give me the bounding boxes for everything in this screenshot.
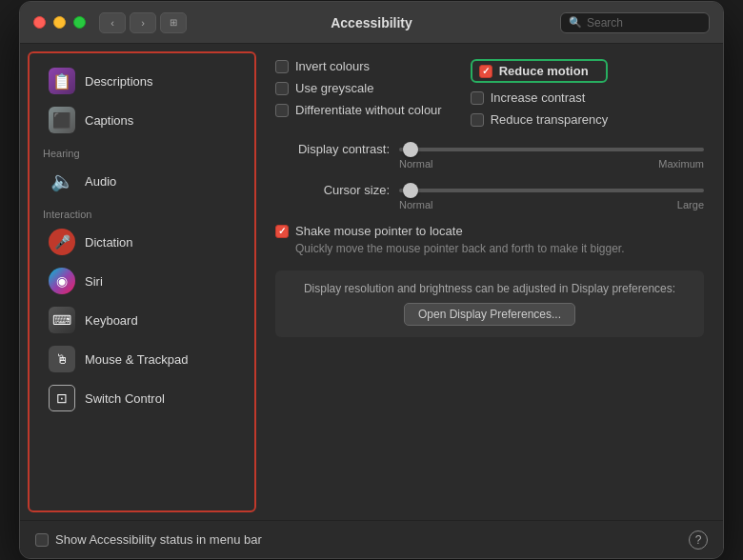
shake-mouse-checkbox[interactable] [275,225,289,238]
sidebar-item-dictation[interactable]: 🎤 Dictation [35,223,249,261]
reduce-motion-label: Reduce motion [499,64,589,78]
open-display-preferences-button[interactable]: Open Display Preferences... [404,303,575,326]
cursor-size-label: Cursor size: [275,183,390,197]
show-status-row[interactable]: Show Accessibility status in menu bar [35,532,262,547]
shake-mouse-label: Shake mouse pointer to locate [295,224,463,238]
options-left-col: Invert colours Use greyscale Differentia… [275,59,442,127]
sidebar-label-dictation: Dictation [85,235,133,250]
sidebar-label-siri: Siri [85,274,103,289]
help-button[interactable]: ? [689,530,708,550]
main-panel: Invert colours Use greyscale Differentia… [256,44,723,520]
section-hearing: Hearing [30,140,254,161]
window-title: Accessibility [331,15,412,30]
switch-control-icon: ⊡ [49,385,75,411]
siri-icon: ◉ [49,268,75,294]
audio-icon: 🔈 [49,168,75,194]
cursor-size-section: Cursor size: Normal Large [275,183,704,210]
display-contrast-endpoints: Normal Maximum [275,158,704,170]
cursor-size-endpoints: Normal Large [275,199,704,210]
sidebar-label-audio: Audio [85,174,116,189]
descriptions-icon: 📋 [49,68,75,94]
display-contrast-max: Maximum [658,158,704,170]
options-columns: Invert colours Use greyscale Differentia… [275,59,704,127]
display-note-text: Display resolution and brightness can be… [304,282,675,295]
section-interaction: Interaction [30,201,254,222]
reduce-transparency-checkbox[interactable] [471,113,484,127]
sidebar-label-captions: Captions [85,113,133,128]
invert-colours-checkbox[interactable] [275,60,289,73]
main-content: 📋 Descriptions ⬛ Captions Hearing 🔈 Audi… [20,44,723,520]
invert-colours-row[interactable]: Invert colours [275,59,442,73]
sidebar-label-switch-control: Switch Control [85,391,165,406]
display-contrast-thumb[interactable] [403,142,418,157]
differentiate-colour-label: Differentiate without colour [295,103,442,117]
use-greyscale-checkbox[interactable] [275,82,289,95]
sidebar-item-descriptions[interactable]: 📋 Descriptions [35,62,249,100]
titlebar: ‹ › ⊞ Accessibility 🔍 [20,2,723,44]
sidebar-item-siri[interactable]: ◉ Siri [35,262,249,300]
sidebar-item-keyboard[interactable]: ⌨ Keyboard [35,301,249,339]
grid-view-button[interactable]: ⊞ [160,12,187,33]
sidebar-item-mouse-trackpad[interactable]: 🖱 Mouse & Trackpad [35,340,249,378]
display-contrast-slider[interactable] [399,148,704,151]
display-contrast-section: Display contrast: Normal Maximum [275,142,704,170]
close-button[interactable] [33,16,46,29]
cursor-size-row: Cursor size: [275,183,704,197]
cursor-size-normal: Normal [399,199,432,210]
forward-button[interactable]: › [130,12,156,33]
search-box[interactable]: 🔍 [560,12,710,33]
sidebar-label-mouse-trackpad: Mouse & Trackpad [85,352,188,367]
back-button[interactable]: ‹ [99,12,126,33]
reduce-transparency-label: Reduce transparency [491,112,609,127]
mouse-trackpad-icon: 🖱 [49,346,75,372]
dictation-icon: 🎤 [49,229,75,255]
keyboard-icon: ⌨ [49,307,75,333]
shake-mouse-section: Shake mouse pointer to locate Quickly mo… [275,224,704,255]
bottom-bar: Show Accessibility status in menu bar ? [20,520,723,558]
display-note: Display resolution and brightness can be… [275,270,704,337]
invert-colours-label: Invert colours [295,59,370,73]
cursor-size-large: Large [677,199,704,210]
sidebar-item-audio[interactable]: 🔈 Audio [35,162,249,200]
shake-mouse-description: Quickly move the mouse pointer back and … [275,242,704,255]
reduce-motion-highlighted[interactable]: Reduce motion [471,59,609,83]
captions-icon: ⬛ [49,107,75,133]
sidebar-item-captions[interactable]: ⬛ Captions [35,101,249,139]
cursor-size-slider[interactable] [399,189,704,192]
show-status-checkbox[interactable] [35,533,49,547]
sidebar-label-descriptions: Descriptions [85,74,153,89]
differentiate-colour-checkbox[interactable] [275,104,289,117]
show-status-label: Show Accessibility status in menu bar [55,532,262,547]
search-input[interactable] [587,16,701,30]
display-contrast-row: Display contrast: [275,142,704,156]
minimize-button[interactable] [53,16,66,29]
use-greyscale-label: Use greyscale [295,81,373,95]
display-contrast-normal: Normal [399,158,432,170]
options-right-col: Reduce motion Increase contrast Reduce t… [471,59,609,127]
reduce-transparency-row[interactable]: Reduce transparency [471,112,609,127]
accessibility-window: ‹ › ⊞ Accessibility 🔍 📋 Descriptions ⬛ C… [19,1,724,559]
shake-mouse-row[interactable]: Shake mouse pointer to locate [275,224,704,238]
traffic-lights [33,16,86,29]
display-contrast-label: Display contrast: [275,142,390,156]
differentiate-colour-row[interactable]: Differentiate without colour [275,103,442,117]
increase-contrast-row[interactable]: Increase contrast [471,90,609,105]
increase-contrast-label: Increase contrast [491,90,586,105]
use-greyscale-row[interactable]: Use greyscale [275,81,442,95]
reduce-motion-checkbox[interactable] [479,65,492,78]
maximize-button[interactable] [73,16,86,29]
search-icon: 🔍 [569,16,582,29]
sidebar-item-switch-control[interactable]: ⊡ Switch Control [35,379,249,417]
sidebar: 📋 Descriptions ⬛ Captions Hearing 🔈 Audi… [28,51,256,512]
increase-contrast-checkbox[interactable] [471,91,484,105]
cursor-size-thumb[interactable] [403,183,418,198]
nav-buttons: ‹ › [99,12,156,33]
sidebar-label-keyboard: Keyboard [85,313,138,328]
